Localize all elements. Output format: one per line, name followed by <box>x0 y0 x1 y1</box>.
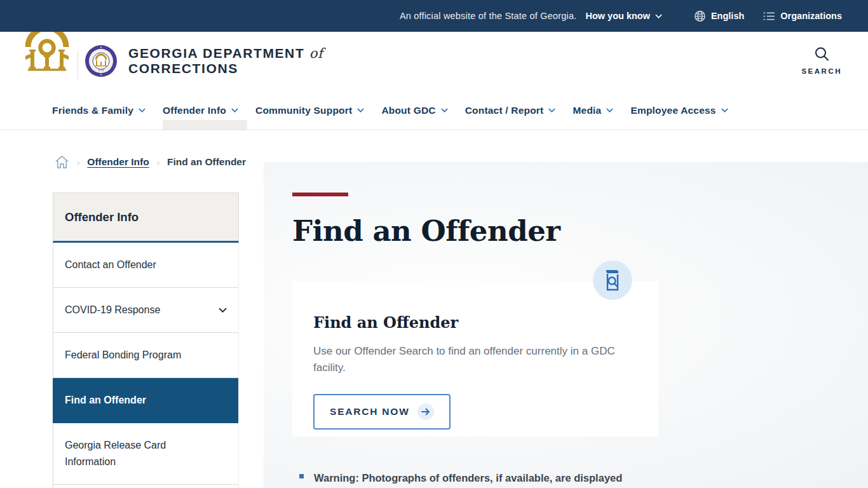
chevron-down-icon <box>655 14 662 18</box>
warning-list-item: Warning: Photographs of offenders, if av… <box>299 470 693 485</box>
find-offender-card: Find an Offender Use our Offender Search… <box>292 281 658 437</box>
card-description: Use our Offender Search to find an offen… <box>313 343 625 376</box>
language-label: English <box>711 11 744 21</box>
chevron-down-icon <box>357 108 364 112</box>
nav-item[interactable]: Offender Info <box>163 91 238 130</box>
page-title: Find an Offender <box>292 214 674 248</box>
language-selector[interactable]: English <box>694 10 744 22</box>
how-you-know-toggle[interactable]: How you know <box>585 11 662 21</box>
chevron-down-icon <box>606 108 613 112</box>
nav-item-label: Offender Info <box>163 105 226 116</box>
sidebar-item-label: Georgia Release Card Information <box>65 440 166 467</box>
svg-text:1776: 1776 <box>98 69 105 72</box>
sidebar-menu-item[interactable]: Contact an Offender <box>53 243 238 288</box>
nav-item-label: About GDC <box>381 105 435 116</box>
breadcrumb-separator: › <box>157 158 159 167</box>
search-icon <box>813 46 830 62</box>
sidebar-menu: Contact an Offender COVID-19 Response Fe… <box>53 243 239 488</box>
arrow-right-icon <box>417 403 434 420</box>
home-icon[interactable] <box>55 155 69 169</box>
warning-text: Warning: Photographs of offenders, if av… <box>314 470 622 485</box>
sidebar-menu-item[interactable]: COVID-19 Response <box>53 288 238 333</box>
sidebar-item-label: Find an Offender <box>65 395 146 405</box>
nav-item[interactable]: Friends & Family <box>52 91 146 130</box>
site-title-of: of <box>309 46 323 61</box>
breadcrumb: › Offender Info › Find an Offender <box>55 155 246 169</box>
list-icon <box>763 11 775 21</box>
sidebar-menu-item[interactable]: Find an Offender <box>53 378 238 423</box>
chevron-down-icon <box>441 108 448 112</box>
title-accent-rule <box>292 193 348 196</box>
how-you-know-label: How you know <box>585 11 650 21</box>
sidebar-menu-item[interactable]: Incarcerated Veterans <box>53 485 238 488</box>
nav-item-label: Friends & Family <box>52 105 133 116</box>
section-sidebar: Offender Info Contact an Offender COVID-… <box>53 193 239 488</box>
organizations-label: Organizations <box>780 11 842 21</box>
official-top-bar: An official website of the State of Geor… <box>0 0 868 32</box>
nav-item[interactable]: Contact / Report <box>465 91 556 130</box>
primary-nav: Friends & Family Offender Info Community… <box>0 91 868 130</box>
official-site-text: An official website of the State of Geor… <box>400 11 577 21</box>
logo-divider <box>78 51 78 80</box>
site-header: 1776 GEORGIA DEPARTMENT of CORRECTIONS S… <box>0 32 868 91</box>
site-title-line1: GEORGIA DEPARTMENT <box>128 46 304 60</box>
gdc-seal-icon: 1776 <box>85 44 118 78</box>
site-title[interactable]: GEORGIA DEPARTMENT of CORRECTIONS <box>128 46 323 76</box>
breadcrumb-separator: › <box>77 158 79 167</box>
nav-item-label: Employee Access <box>630 105 715 116</box>
site-title-line2: CORRECTIONS <box>128 61 238 76</box>
sidebar-item-label: Contact an Offender <box>65 259 156 270</box>
nav-item-label: Community Support <box>255 105 352 116</box>
main-content: Find an Offender <box>292 193 674 248</box>
chevron-down-icon <box>231 108 238 112</box>
nav-item-label: Media <box>573 105 601 116</box>
nav-item[interactable]: Community Support <box>255 91 364 130</box>
breadcrumb-link-offender-info[interactable]: Offender Info <box>87 156 149 168</box>
sidebar-menu-item[interactable]: Federal Bonding Program <box>53 333 238 378</box>
sidebar-item-label: Federal Bonding Program <box>65 349 181 360</box>
chevron-down-icon <box>219 308 227 313</box>
search-label: SEARCH <box>801 67 842 75</box>
nav-item-label: Contact / Report <box>465 105 544 116</box>
search-now-button[interactable]: SEARCH NOW <box>313 394 451 430</box>
list-bullet <box>299 474 304 478</box>
sidebar-menu-item[interactable]: Georgia Release Card Information <box>53 423 238 485</box>
chevron-down-icon <box>721 108 728 112</box>
sidebar-item-label: COVID-19 Response <box>65 304 160 315</box>
offender-search-badge <box>593 261 632 300</box>
header-search-button[interactable]: SEARCH <box>801 46 842 75</box>
organizations-menu[interactable]: Organizations <box>763 11 842 21</box>
nav-item[interactable]: Employee Access <box>630 91 728 130</box>
sidebar-title: Offender Info <box>53 193 239 243</box>
chevron-down-icon <box>139 108 146 112</box>
nav-item[interactable]: About GDC <box>381 91 447 130</box>
globe-icon <box>694 10 706 22</box>
breadcrumb-current: Find an Offender <box>167 156 246 168</box>
chevron-down-icon <box>548 108 555 112</box>
card-title: Find an Offender <box>313 313 633 332</box>
document-search-icon <box>604 269 621 292</box>
nav-item[interactable]: Media <box>573 91 613 130</box>
search-now-label: SEARCH NOW <box>330 406 410 417</box>
